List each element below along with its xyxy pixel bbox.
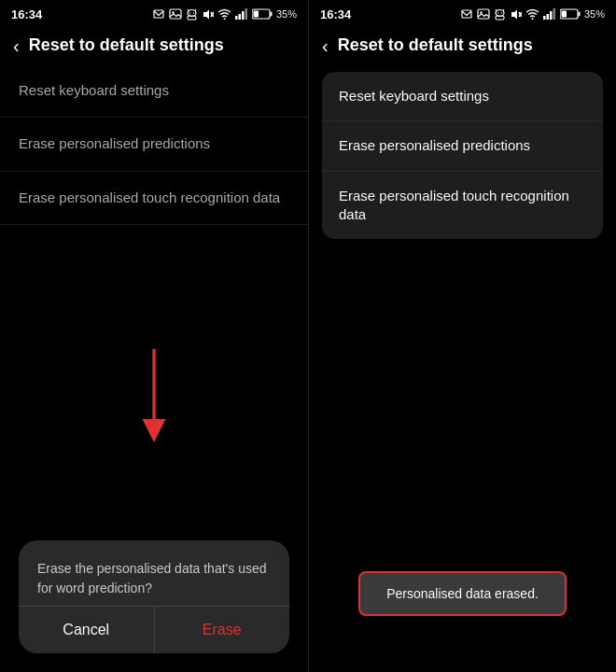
cancel-button[interactable]: Cancel — [19, 607, 155, 653]
svg-rect-0 — [154, 10, 163, 18]
svg-rect-35 — [543, 16, 546, 20]
svg-rect-40 — [578, 12, 580, 17]
wifi-icon — [217, 8, 231, 20]
left-page-title: Reset to default settings — [29, 35, 224, 55]
svg-line-4 — [188, 9, 189, 11]
svg-rect-18 — [270, 12, 272, 17]
signal-icon — [235, 8, 248, 20]
left-page-header: ‹ Reset to default settings — [0, 26, 308, 64]
right-menu-item-erase-predictions[interactable]: Erase personalised predictions — [322, 121, 603, 171]
right-back-button[interactable]: ‹ — [322, 36, 329, 55]
left-status-time: 16:34 — [11, 7, 42, 21]
svg-rect-36 — [546, 14, 549, 20]
svg-rect-1 — [170, 9, 181, 19]
svg-rect-14 — [238, 14, 241, 20]
svg-rect-37 — [550, 11, 553, 20]
svg-rect-15 — [242, 11, 245, 20]
android-icon — [186, 8, 198, 21]
mute-icon — [202, 8, 214, 21]
right-menu-item-erase-touch[interactable]: Erase personalised touch recognition dat… — [322, 172, 603, 240]
left-battery-pct: 35% — [276, 8, 297, 20]
svg-point-2 — [172, 11, 174, 13]
right-status-icons: 35% — [460, 7, 605, 21]
svg-rect-38 — [553, 8, 555, 20]
svg-marker-31 — [511, 9, 517, 19]
right-mute-icon — [510, 8, 522, 21]
svg-point-7 — [193, 12, 194, 13]
right-menu-item-reset[interactable]: Reset keyboard settings — [322, 72, 603, 121]
right-page-title: Reset to default settings — [338, 35, 533, 55]
right-status-bar: 16:34 — [309, 0, 616, 26]
svg-rect-16 — [245, 8, 247, 20]
svg-point-24 — [480, 11, 482, 13]
notification-icon — [152, 7, 165, 21]
right-menu-group: Reset keyboard settings Erase personalis… — [322, 72, 603, 239]
right-notification-icon — [460, 7, 473, 21]
right-battery-pct: 35% — [584, 8, 605, 20]
svg-line-26 — [496, 9, 497, 11]
right-status-time: 16:34 — [320, 7, 351, 21]
right-phone-panel: 16:34 — [308, 0, 616, 672]
dialog-overlay: Erase the personalised data that's used … — [0, 485, 308, 672]
right-page-header: ‹ Reset to default settings — [309, 26, 616, 64]
left-menu-item-reset[interactable]: Reset keyboard settings — [0, 64, 308, 118]
svg-rect-22 — [462, 10, 471, 18]
toast-message: Personalised data erased. — [358, 571, 567, 616]
left-menu-item-erase-predictions[interactable]: Erase personalised predictions — [0, 118, 308, 171]
erase-button[interactable]: Erase — [155, 607, 290, 653]
svg-rect-19 — [253, 11, 259, 18]
left-phone-panel: 16:34 — [0, 0, 308, 672]
svg-point-6 — [189, 12, 190, 13]
toast-container: Personalised data erased. — [309, 571, 616, 616]
right-android-icon — [494, 8, 506, 21]
right-wifi-icon — [525, 8, 539, 20]
right-image-icon — [477, 7, 490, 21]
battery-icon — [252, 8, 273, 20]
svg-marker-9 — [203, 9, 209, 19]
svg-point-29 — [501, 12, 502, 13]
svg-point-12 — [223, 18, 225, 20]
dialog-message: Erase the personalised data that's used … — [37, 559, 271, 598]
left-back-button[interactable]: ‹ — [13, 36, 20, 55]
image-icon — [169, 7, 182, 21]
right-battery-icon — [560, 8, 581, 20]
dialog-actions: Cancel Erase — [19, 606, 289, 653]
svg-point-28 — [497, 12, 498, 13]
left-menu-item-erase-touch[interactable]: Erase personalised touch recognition dat… — [0, 172, 308, 225]
svg-line-5 — [195, 9, 196, 11]
left-status-icons: 35% — [152, 7, 297, 21]
svg-rect-41 — [561, 11, 567, 18]
right-signal-icon — [543, 8, 556, 20]
svg-line-27 — [503, 9, 504, 11]
svg-rect-23 — [478, 9, 489, 19]
left-status-bar: 16:34 — [0, 0, 308, 26]
erase-dialog: Erase the personalised data that's used … — [19, 540, 289, 653]
svg-point-34 — [531, 18, 533, 20]
svg-rect-13 — [235, 16, 238, 20]
